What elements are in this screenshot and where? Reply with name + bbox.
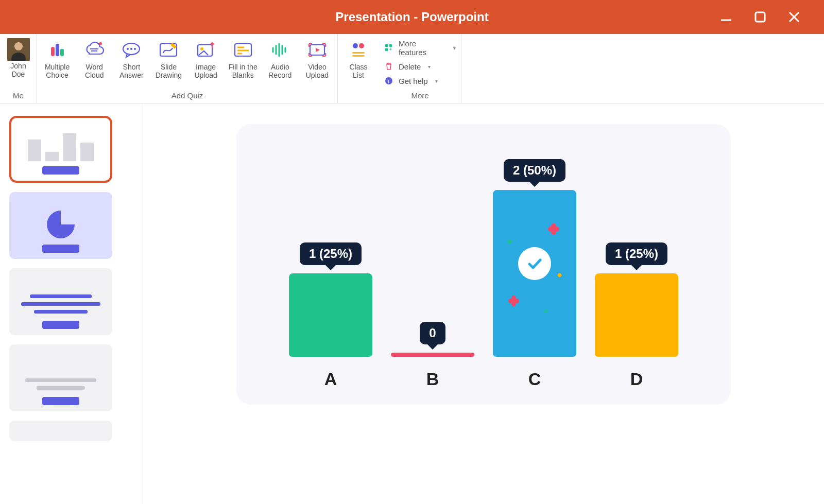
fill-blanks-icon (231, 38, 255, 62)
svg-point-5 (14, 42, 23, 50)
confetti-icon (551, 227, 556, 232)
quiz-short-answer[interactable]: Short Answer (116, 38, 146, 79)
maximize-icon (753, 10, 767, 24)
result-bar-chart: 1 (25%)A0B2 (50%)C1 (25%)D (236, 146, 731, 389)
more-features-label: More features (399, 39, 446, 57)
workspace: 1 (25%)A0B2 (50%)C1 (25%)D (0, 103, 824, 504)
short-answer-icon (119, 38, 143, 62)
svg-rect-35 (385, 44, 388, 47)
multiple-choice-icon (45, 38, 69, 62)
close-button[interactable] (785, 8, 803, 26)
chart-barwrap: 1 (25%) (284, 146, 377, 357)
minimize-button[interactable] (717, 8, 735, 26)
slide-thumbnail-1[interactable] (9, 116, 112, 183)
delete-button[interactable]: Delete ▾ (384, 62, 456, 71)
slide-thumbnail-3[interactable] (9, 268, 112, 335)
class-list-label: Class List (343, 63, 374, 79)
quiz-audio-record[interactable]: Audio Record (265, 38, 295, 79)
thumb-button-shape (42, 321, 79, 329)
quiz-word-cloud-label: Word Cloud (79, 63, 109, 79)
chart-category-label: D (630, 369, 643, 389)
ribbon-group-add-quiz-label: Add Quiz (37, 91, 337, 100)
ribbon-group-me-label: Me (0, 91, 37, 100)
chart-value-label: 1 (25%) (606, 242, 667, 265)
quiz-slide-drawing-label: Slide Drawing (153, 63, 183, 79)
chart-barwrap: 2 (50%) (488, 146, 581, 357)
chart-bar (289, 273, 372, 357)
chart-value-label: 2 (50%) (504, 159, 565, 182)
svg-rect-33 (352, 52, 365, 54)
get-help-button[interactable]: i Get help ▾ (384, 76, 456, 85)
svg-point-31 (353, 43, 358, 48)
quiz-multiple-choice-label: Multiple Choice (42, 63, 72, 79)
slide-canvas-area: 1 (25%)A0B2 (50%)C1 (25%)D (143, 103, 824, 504)
svg-point-10 (99, 42, 102, 45)
chart-column-A: 1 (25%)A (284, 146, 377, 389)
slide-thumbnail-panel[interactable] (0, 103, 143, 504)
trash-icon (384, 62, 393, 71)
chart-barwrap: 0 (386, 146, 479, 357)
chart-column-D: 1 (25%)D (590, 146, 683, 389)
ribbon-group-more: + More features ▾ Delete ▾ i Get help ▾ … (379, 34, 461, 103)
slide-thumbnail-5[interactable] (9, 421, 112, 441)
thumb-button-shape (42, 245, 79, 253)
confetti-icon (557, 273, 562, 278)
quiz-slide-drawing[interactable]: Slide Drawing (153, 38, 183, 79)
quiz-audio-record-label: Audio Record (265, 63, 295, 79)
thumb-button-shape (42, 166, 79, 175)
svg-point-14 (127, 48, 129, 50)
more-features-icon: + (384, 43, 393, 53)
svg-rect-9 (60, 49, 64, 56)
ribbon-group-more-label: More (379, 91, 461, 100)
thumb-pie-icon (47, 211, 75, 238)
video-upload-icon (305, 38, 329, 62)
thumb-lines-icon (16, 378, 105, 390)
chart-value-label: 0 (420, 322, 445, 344)
app-title: Presentation - Powerpoint (335, 10, 488, 24)
quiz-short-answer-label: Short Answer (116, 63, 146, 79)
quiz-image-upload-label: Image Upload (191, 63, 221, 79)
slide-drawing-icon (157, 38, 180, 62)
class-list-button[interactable]: Class List (343, 38, 374, 79)
svg-text:i: i (388, 78, 390, 84)
svg-point-32 (359, 43, 364, 48)
slide[interactable]: 1 (25%)A0B2 (50%)C1 (25%)D (236, 124, 731, 405)
chevron-down-icon: ▾ (428, 64, 431, 69)
chart-category-label: C (528, 369, 541, 389)
svg-rect-8 (56, 44, 59, 56)
close-icon (787, 10, 801, 24)
svg-rect-34 (352, 55, 365, 57)
audio-record-icon (268, 38, 292, 62)
quiz-multiple-choice[interactable]: Multiple Choice (42, 38, 72, 79)
ribbon-group-add-quiz: Multiple Choice Word Cloud Short Answer … (37, 34, 338, 103)
quiz-video-upload[interactable]: Video Upload (302, 38, 332, 79)
chart-bar (595, 273, 678, 357)
more-features-button[interactable]: + More features ▾ (384, 39, 456, 57)
thumb-lines-icon (16, 294, 105, 314)
slide-thumbnail-2[interactable] (9, 192, 112, 259)
maximize-button[interactable] (751, 8, 769, 26)
user-name: John Doe (5, 62, 31, 78)
svg-marker-30 (316, 48, 320, 52)
delete-label: Delete (399, 62, 421, 71)
ribbon-group-class-list: Class List (338, 34, 379, 103)
quiz-word-cloud[interactable]: Word Cloud (79, 38, 109, 79)
chart-column-B: 0B (386, 146, 479, 389)
chart-column-C: 2 (50%)C (488, 146, 581, 389)
get-help-label: Get help (399, 77, 428, 85)
word-cloud-icon (82, 38, 106, 62)
quiz-fill-blanks-label: Fill in the Blanks (228, 63, 258, 79)
chevron-down-icon: ▾ (453, 45, 456, 51)
window-controls (717, 0, 819, 34)
svg-rect-7 (51, 47, 55, 56)
svg-point-15 (130, 48, 132, 50)
svg-point-19 (200, 47, 203, 50)
chevron-down-icon: ▾ (435, 78, 438, 84)
chart-bar (391, 353, 474, 357)
quiz-image-upload[interactable]: Image Upload (191, 38, 221, 79)
quiz-fill-blanks[interactable]: Fill in the Blanks (228, 38, 258, 79)
confetti-icon (507, 239, 512, 245)
class-list-icon (347, 38, 370, 62)
slide-thumbnail-4[interactable] (9, 344, 112, 411)
user-profile[interactable]: John Doe (5, 38, 31, 78)
